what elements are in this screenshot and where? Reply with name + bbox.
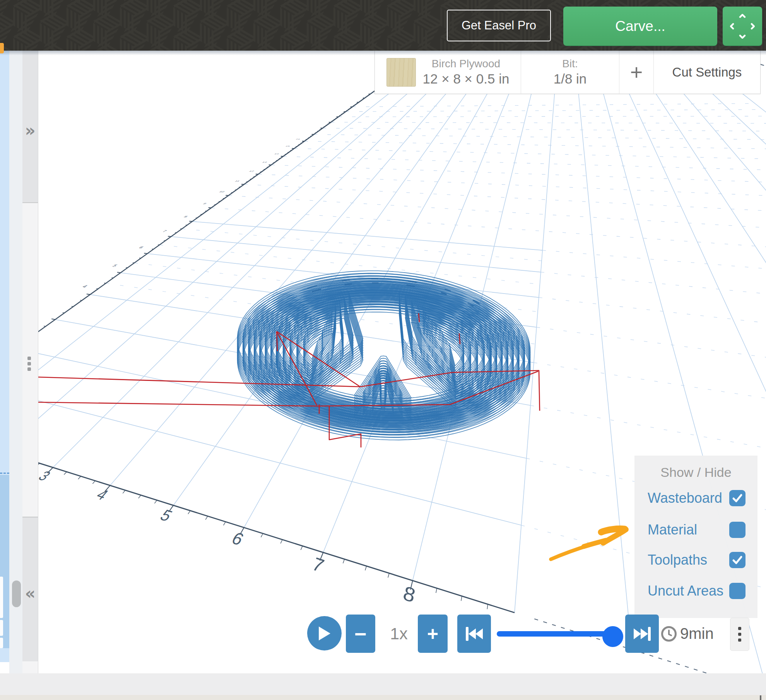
grip-dot: [27, 362, 31, 365]
panel-scroll-rail: [9, 51, 22, 673]
chevrons-right-icon[interactable]: »: [22, 121, 38, 140]
annotation-arrow: [551, 529, 626, 559]
svg-text:7: 7: [162, 230, 168, 233]
bit-section[interactable]: Bit: 1/8 in: [521, 51, 619, 94]
speed-value: 1x: [381, 615, 416, 653]
kebab-dot: [738, 633, 741, 636]
show-hide-item-material: Material: [648, 522, 745, 538]
svg-text:12: 12: [248, 170, 255, 172]
panel-card: [0, 620, 3, 636]
get-easel-pro-button[interactable]: Get Easel Pro: [447, 10, 551, 41]
svg-text:9: 9: [202, 202, 207, 205]
play-icon: [318, 626, 331, 641]
svg-text:15: 15: [285, 145, 291, 147]
show-hide-item-uncut-areas: Uncut Areas: [648, 583, 745, 599]
checkbox-unchecked[interactable]: [729, 583, 745, 599]
svg-text:7: 7: [309, 553, 327, 576]
check-icon: [732, 492, 743, 504]
material-settings-bar: Birch Plywood 12 × 8 × 0.5 in Bit: 1/8 i…: [374, 51, 761, 94]
move-arrows-icon: [730, 14, 755, 39]
svg-text:10: 10: [218, 191, 226, 193]
svg-text:5: 5: [157, 506, 176, 525]
grip-dot: [27, 357, 31, 360]
skip-to-start-button[interactable]: [457, 615, 491, 653]
svg-text:8: 8: [401, 582, 418, 607]
page-edge-strip: [0, 695, 766, 700]
top-navigation-bar: Get Easel Pro Carve...: [0, 0, 766, 51]
time-estimate-value: 9min: [680, 625, 714, 642]
add-bit-button[interactable]: +: [619, 51, 654, 94]
show-hide-title: Show / Hide: [634, 465, 757, 480]
slower-button[interactable]: −: [346, 615, 375, 653]
svg-text:8: 8: [183, 215, 189, 218]
svg-text:16: 16: [295, 138, 301, 140]
skip-to-end-icon: [634, 627, 651, 641]
play-button[interactable]: [307, 616, 342, 650]
status-bar: [0, 673, 766, 700]
check-icon: [732, 554, 743, 566]
easel-3d-preview-app: 34567845678910111213141516 Get Easel Pro…: [0, 0, 766, 700]
show-hide-item-toolpaths: Toolpaths: [648, 552, 745, 568]
svg-text:5: 5: [111, 264, 119, 268]
show-hide-label: Toolpaths: [648, 552, 707, 568]
birch-plywood-swatch: [386, 58, 416, 87]
timeline-slider[interactable]: [497, 615, 619, 653]
faster-button[interactable]: +: [418, 615, 448, 653]
playback-menu-button[interactable]: [730, 618, 749, 651]
skip-to-end-button[interactable]: [625, 615, 659, 653]
panel-card: [0, 577, 3, 618]
jog-machine-button[interactable]: [723, 7, 762, 46]
show-hide-label: Material: [648, 522, 697, 538]
svg-text:3: 3: [38, 468, 54, 484]
show-hide-label: Wasteboard: [648, 490, 722, 506]
checkbox-checked[interactable]: [729, 552, 745, 568]
grip-dot: [27, 367, 31, 371]
panel-card: [0, 638, 3, 648]
simulation-divider: [0, 473, 9, 474]
slider-track[interactable]: [497, 631, 618, 637]
kebab-dot: [738, 627, 741, 630]
carve-button[interactable]: Carve...: [563, 7, 717, 46]
expand-panel-strip[interactable]: »: [22, 51, 38, 203]
logo-fragment-icon: [0, 43, 4, 53]
svg-text:6: 6: [229, 529, 247, 549]
time-estimate: 9min: [661, 615, 714, 653]
bit-value: 1/8 in: [554, 70, 587, 87]
scrollbar-thumb[interactable]: [12, 580, 21, 607]
clock-icon: [661, 626, 677, 642]
svg-text:13: 13: [262, 161, 268, 163]
svg-text:11: 11: [234, 180, 241, 182]
cut-settings-button[interactable]: Cut Settings: [654, 51, 760, 94]
svg-text:6: 6: [138, 246, 145, 249]
bit-label: Bit:: [562, 57, 578, 70]
material-name: Birch Plywood: [432, 57, 500, 70]
material-dimensions: 12 × 8 × 0.5 in: [423, 70, 510, 87]
collapse-rail: » «: [22, 51, 38, 673]
show-hide-label: Uncut Areas: [648, 583, 723, 599]
design-panel-edge: [0, 51, 9, 662]
grip-dots-icon[interactable]: [27, 357, 31, 371]
skip-to-start-icon: [466, 627, 483, 641]
svg-text:14: 14: [274, 153, 280, 155]
chevrons-left-icon[interactable]: «: [22, 584, 38, 603]
scroll-corner-mark: [760, 695, 761, 700]
kebab-dot: [738, 639, 741, 642]
svg-text:4: 4: [93, 486, 112, 503]
collapse-panel-strip[interactable]: «: [22, 517, 38, 661]
checkbox-checked[interactable]: [729, 490, 745, 506]
show-hide-panel: Show / Hide WasteboardMaterialToolpathsU…: [634, 456, 757, 618]
material-section[interactable]: Birch Plywood 12 × 8 × 0.5 in: [375, 51, 521, 94]
show-hide-item-wasteboard: Wasteboard: [648, 490, 745, 506]
svg-text:4: 4: [81, 284, 89, 289]
slider-thumb[interactable]: [602, 626, 623, 647]
checkbox-unchecked[interactable]: [729, 522, 745, 538]
